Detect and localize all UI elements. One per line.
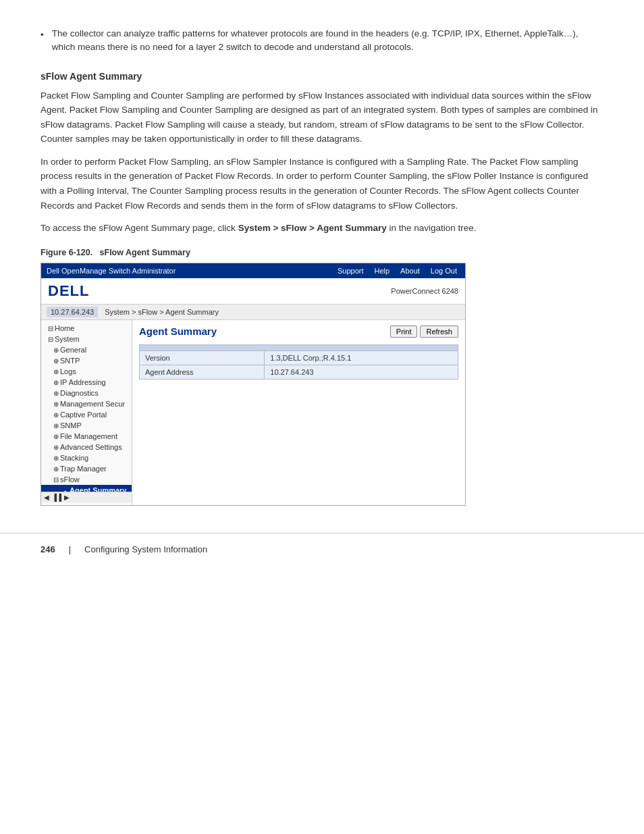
sidebar-scroll-area[interactable]: ⊟Home⊟System⊕General⊕SNTP⊕Logs⊕IP Addres… <box>41 323 132 492</box>
sidebar-item-10[interactable]: ⊕File Management <box>41 431 132 442</box>
sidebar-scroll-right[interactable]: ▶ <box>64 494 70 501</box>
sidebar-item-4[interactable]: ⊕Logs <box>41 366 132 377</box>
sidebar-item-8[interactable]: ⊕Captive Portal <box>41 409 132 420</box>
bullet-text: The collector can analyze traffic patter… <box>52 27 603 55</box>
sidebar-item-9[interactable]: ⊕SNMP <box>41 420 132 431</box>
refresh-button[interactable]: Refresh <box>420 325 458 338</box>
dell-logo-bar: DELL PowerConnect 6248 <box>41 278 465 305</box>
footer-text: Configuring System Information <box>84 544 207 554</box>
table-cell-value: 10.27.64.243 <box>265 365 458 379</box>
dell-ui-screenshot: Dell OpenManage Switch Administrator Sup… <box>41 263 466 506</box>
header-link-support[interactable]: Support <box>335 266 367 276</box>
section-para1: Packet Flow Sampling and Counter Samplin… <box>41 88 603 147</box>
sidebar-item-0[interactable]: ⊟Home <box>41 323 132 334</box>
sidebar-item-14[interactable]: ⊟sFlow <box>41 474 132 485</box>
table-header <box>140 344 458 350</box>
content-title: Agent Summary <box>139 325 217 337</box>
dell-header-title: Dell OpenManage Switch Administrator <box>47 267 176 275</box>
sidebar-bottom-nav: ◀ ▐▐ ▶ <box>41 492 132 502</box>
section-para3: To access the sFlow Agent Summary page, … <box>41 221 603 236</box>
sidebar-item-3[interactable]: ⊕SNTP <box>41 355 132 366</box>
sidebar-scroll-left[interactable]: ◀ <box>44 494 49 501</box>
content-buttons: Print Refresh <box>390 325 458 338</box>
dell-breadcrumb: System > sFlow > Agent Summary <box>105 308 219 316</box>
section-para2: In order to perform Packet Flow Sampling… <box>41 155 603 213</box>
header-link-help[interactable]: Help <box>371 266 392 276</box>
section-heading: sFlow Agent Summary <box>41 71 603 82</box>
header-link-about[interactable]: About <box>398 266 423 276</box>
sidebar-scroll-indicator: ▐▐ <box>52 494 61 501</box>
sidebar-item-13[interactable]: ⊕Trap Manager <box>41 463 132 474</box>
header-link-logout[interactable]: Log Out <box>428 266 460 276</box>
dell-content: Agent Summary Print Refresh Version1.3,D… <box>132 320 465 505</box>
dell-nav-bar: 10.27.64.243 System > sFlow > Agent Summ… <box>41 305 465 320</box>
sidebar-item-11[interactable]: ⊕Advanced Settings <box>41 442 132 452</box>
sidebar-item-5[interactable]: ⊕IP Addressing <box>41 377 132 388</box>
page-footer: 246 | Configuring System Information <box>0 533 644 565</box>
dell-nav-ip: 10.27.64.243 <box>47 307 98 317</box>
figure-label: Figure 6-120. sFlow Agent Summary <box>41 248 603 257</box>
table-row-1: Agent Address10.27.64.243 <box>140 365 458 379</box>
agent-summary-table: Version1.3,DELL Corp.;R.4.15.1Agent Addr… <box>139 344 458 380</box>
sidebar-item-2[interactable]: ⊕General <box>41 344 132 355</box>
table-cell-label: Agent Address <box>140 365 265 379</box>
sidebar-item-15[interactable]: - Agent Summary <box>41 485 132 492</box>
print-button[interactable]: Print <box>390 325 418 338</box>
dell-model: PowerConnect 6248 <box>391 287 458 295</box>
footer-page-number: 246 <box>41 544 55 554</box>
bullet-dot: • <box>41 28 44 55</box>
table-cell-value: 1.3,DELL Corp.;R.4.15.1 <box>265 350 458 365</box>
table-cell-label: Version <box>140 350 265 365</box>
para3-prefix: To access the sFlow Agent Summary page, … <box>41 223 238 233</box>
sidebar-item-12[interactable]: ⊕Stacking <box>41 452 132 463</box>
content-title-bar: Agent Summary Print Refresh <box>139 325 458 338</box>
table-row-0: Version1.3,DELL Corp.;R.4.15.1 <box>140 350 458 365</box>
footer-separator: | <box>69 544 71 554</box>
sidebar-item-1[interactable]: ⊟System <box>41 334 132 344</box>
sidebar-item-6[interactable]: ⊕Diagnostics <box>41 388 132 398</box>
dell-logo: DELL <box>48 282 89 300</box>
dell-header-links: Support Help About Log Out <box>335 266 460 276</box>
dell-main: ⊟Home⊟System⊕General⊕SNTP⊕Logs⊕IP Addres… <box>41 320 465 505</box>
dell-header: Dell OpenManage Switch Administrator Sup… <box>41 263 465 278</box>
dell-sidebar: ⊟Home⊟System⊕General⊕SNTP⊕Logs⊕IP Addres… <box>41 320 132 505</box>
para3-suffix: in the navigation tree. <box>387 223 477 233</box>
sidebar-item-7[interactable]: ⊕Management Secur <box>41 398 132 409</box>
para3-bold: System > sFlow > Agent Summary <box>238 223 387 233</box>
